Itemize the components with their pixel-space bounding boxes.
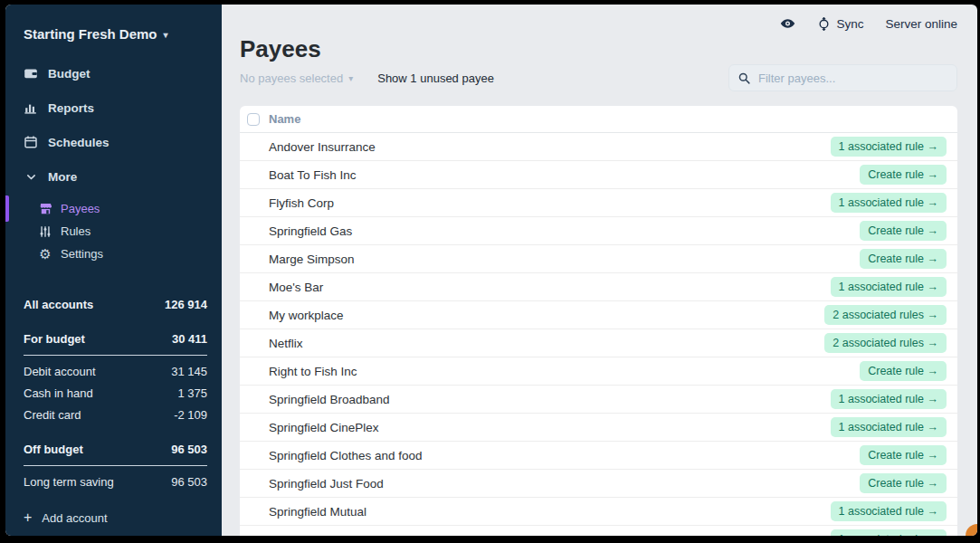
payee-name[interactable]: Boat To Fish Inc xyxy=(269,168,357,182)
sidebar-item-more[interactable]: More xyxy=(5,159,222,194)
select-all-checkbox[interactable] xyxy=(247,113,260,126)
budget-file-selector[interactable]: Starting Fresh Demo ▾ xyxy=(24,23,222,44)
account-label: Debit account xyxy=(24,365,96,378)
rule-badge[interactable]: 1 associated rule → xyxy=(831,277,947,297)
rule-badge[interactable]: Create rule → xyxy=(860,473,947,493)
rule-badge[interactable]: 2 associated rules → xyxy=(824,305,947,325)
payees-table-body: Andover Insurrance 1 associated rule → B… xyxy=(240,133,957,536)
account-balance-row[interactable]: Long term saving 96 503 xyxy=(24,471,207,492)
rule-badge[interactable]: 1 associated rule → xyxy=(831,193,947,213)
rule-badge[interactable]: 1 associated rule → xyxy=(831,501,947,521)
payees-controls: No payees selected ▾ Show 1 unused payee xyxy=(240,64,957,91)
sidebar-item-label: Payees xyxy=(61,202,100,215)
store-icon xyxy=(38,202,52,216)
sidebar-item-payees[interactable]: Payees xyxy=(5,197,222,220)
rule-badge[interactable]: Create rule → xyxy=(860,445,947,465)
payee-row[interactable]: My workplace 2 associated rules → xyxy=(240,301,957,329)
plus-icon: + xyxy=(24,510,32,526)
account-label: Long term saving xyxy=(24,475,114,489)
payee-name[interactable]: Springfield Mutual xyxy=(269,505,366,519)
payee-name[interactable]: Springfield CinePlex xyxy=(269,421,379,434)
sidebar-item-rules[interactable]: Rules xyxy=(5,220,222,243)
rule-badge[interactable]: 1 associated rule → xyxy=(831,529,947,536)
payee-name[interactable]: Right to Fish Inc xyxy=(269,365,357,378)
show-unused-toggle[interactable]: Show 1 unused payee xyxy=(377,71,494,85)
payee-row[interactable]: Marge Simpson Create rule → xyxy=(240,245,957,273)
payee-row[interactable]: Boat To Fish Inc Create rule → xyxy=(240,161,957,189)
account-value: 31 145 xyxy=(171,365,207,378)
payee-name[interactable]: Flyfish Corp xyxy=(269,196,334,210)
payee-row[interactable]: Andover Insurrance 1 associated rule → xyxy=(240,133,957,161)
rule-badge[interactable]: 1 associated rule → xyxy=(831,389,947,409)
payee-name[interactable]: Marge Simpson xyxy=(269,252,355,266)
sidebar-item-label: Settings xyxy=(61,247,103,261)
payee-name[interactable]: My workplace xyxy=(269,309,344,322)
payee-name[interactable]: Netflix xyxy=(269,337,303,350)
selection-dropdown-label: No payees selected xyxy=(240,71,343,85)
payee-name[interactable]: Moe's Bar xyxy=(269,281,323,294)
sidebar-item-label: Budget xyxy=(48,67,90,81)
budget-file-name: Starting Fresh Demo xyxy=(24,26,157,42)
account-balance-row[interactable]: All accounts 126 914 xyxy=(24,293,207,315)
account-value: 126 914 xyxy=(165,298,207,311)
account-balance-row[interactable]: Off budget 96 503 xyxy=(24,439,207,466)
account-balance-row[interactable]: Debit account 31 145 xyxy=(24,360,207,382)
payee-name[interactable]: Springfield Power xyxy=(269,533,365,537)
rule-badge[interactable]: Create rule → xyxy=(860,165,947,185)
sidebar-item-schedules[interactable]: Schedules xyxy=(5,125,222,159)
filter-payees-input[interactable] xyxy=(756,71,947,86)
calendar-icon xyxy=(24,135,38,149)
rule-badge[interactable]: 2 associated rules → xyxy=(824,333,947,353)
account-value: 96 503 xyxy=(171,443,207,456)
rule-badge[interactable]: Create rule → xyxy=(860,361,947,381)
account-value: 96 503 xyxy=(171,475,207,489)
payee-row[interactable]: Springfield Just Food Create rule → xyxy=(240,470,957,498)
payee-name[interactable]: Springfield Broadband xyxy=(269,393,390,406)
payee-name[interactable]: Springfield Clothes and food xyxy=(269,449,423,462)
rule-badge[interactable]: 1 associated rule → xyxy=(831,137,947,157)
sidebar-item-label: Schedules xyxy=(48,136,109,149)
account-label: Credit card xyxy=(24,408,81,422)
payee-name[interactable]: Andover Insurrance xyxy=(269,140,376,154)
sync-icon xyxy=(817,17,831,31)
account-balance-row[interactable]: Credit card -2 109 xyxy=(24,404,207,425)
payees-table-header: Name xyxy=(240,106,957,133)
selection-dropdown[interactable]: No payees selected ▾ xyxy=(240,71,353,85)
account-balance-row[interactable]: For budget 30 411 xyxy=(24,329,207,356)
payee-row[interactable]: Springfield Gas Create rule → xyxy=(240,217,957,245)
sidebar-item-reports[interactable]: Reports xyxy=(5,90,222,125)
sidebar-item-settings[interactable]: ⚙ Settings xyxy=(5,243,222,265)
payee-name[interactable]: Springfield Just Food xyxy=(269,477,384,491)
active-indicator xyxy=(5,195,9,222)
sliders-icon xyxy=(38,224,52,239)
payee-row[interactable]: Right to Fish Inc Create rule → xyxy=(240,357,957,386)
payee-row[interactable]: Springfield Mutual 1 associated rule → xyxy=(240,498,957,526)
app-window: Starting Fresh Demo ▾ Budget Reports xyxy=(5,5,977,536)
server-status[interactable]: Server online xyxy=(885,17,957,31)
rule-badge[interactable]: Create rule → xyxy=(860,221,947,241)
rule-badge[interactable]: Create rule → xyxy=(860,249,947,269)
bar-chart-icon xyxy=(24,100,38,115)
payee-row[interactable]: Springfield CinePlex 1 associated rule → xyxy=(240,414,957,442)
payee-row[interactable]: Springfield Clothes and food Create rule… xyxy=(240,442,957,470)
sidebar-item-label: More xyxy=(48,170,77,184)
account-value: 30 411 xyxy=(172,332,207,346)
payee-row[interactable]: Flyfish Corp 1 associated rule → xyxy=(240,189,957,217)
sidebar: Starting Fresh Demo ▾ Budget Reports xyxy=(5,5,222,536)
account-label: Cash in hand xyxy=(24,386,93,400)
primary-nav: Budget Reports Schedules More xyxy=(5,56,222,194)
sidebar-item-budget[interactable]: Budget xyxy=(5,56,222,90)
page-title: Payees xyxy=(240,36,977,62)
payee-row[interactable]: Springfield Power 1 associated rule → xyxy=(240,526,957,536)
payee-row[interactable]: Moe's Bar 1 associated rule → xyxy=(240,273,957,301)
account-balance-row[interactable]: Cash in hand 1 375 xyxy=(24,382,207,404)
add-account-button[interactable]: + Add account xyxy=(24,510,222,526)
privacy-eye-button[interactable] xyxy=(780,17,795,30)
payee-row[interactable]: Springfield Broadband 1 associated rule … xyxy=(240,386,957,414)
payee-row[interactable]: Netflix 2 associated rules → xyxy=(240,329,957,357)
payee-name[interactable]: Springfield Gas xyxy=(269,224,352,238)
account-balances: All accounts 126 914 For budget 30 411 D… xyxy=(5,293,222,492)
sync-button[interactable]: Sync xyxy=(817,17,863,31)
main-content: Sync Server online Payees No payees sele… xyxy=(222,5,977,536)
rule-badge[interactable]: 1 associated rule → xyxy=(831,417,947,437)
